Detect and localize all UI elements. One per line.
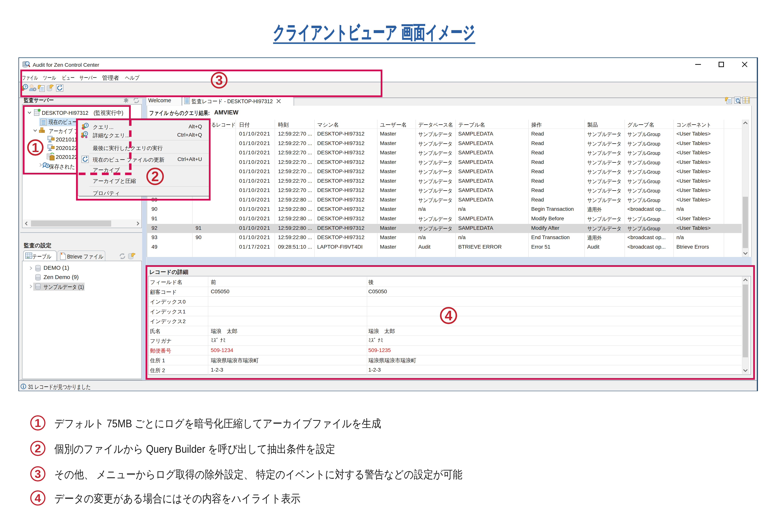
svg-text:<>: <> — [27, 256, 30, 259]
